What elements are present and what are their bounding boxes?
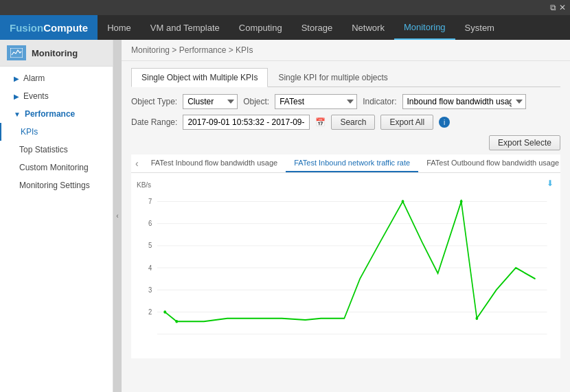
chart-area: KB/s ⬇ 7 6 5 4 3 2 bbox=[131, 173, 560, 358]
indicator-select[interactable]: Inbound flow bandwidth usage, Inbound n bbox=[402, 94, 526, 109]
date-range-input[interactable] bbox=[183, 115, 310, 130]
calendar-icon[interactable]: 📅 bbox=[315, 117, 326, 127]
nav-computing[interactable]: Computing bbox=[229, 15, 292, 40]
close-icon[interactable]: ✕ bbox=[559, 3, 566, 12]
chart-tab-inbound-traffic[interactable]: FATest Inbound network traffic rate bbox=[286, 154, 418, 172]
sidebar-title: Monitoring bbox=[32, 48, 78, 58]
restore-icon[interactable]: ⧉ bbox=[550, 3, 556, 12]
form-row-1: Object Type: Cluster Object: FATest Indi… bbox=[131, 94, 560, 109]
sidebar-item-top-statistics[interactable]: Top Statistics bbox=[0, 141, 113, 159]
nav-bar: FusionCompute Home VM and Template Compu… bbox=[0, 15, 570, 40]
sidebar-performance-label: Performance bbox=[25, 109, 75, 119]
sidebar-item-kpis[interactable]: KPIs bbox=[0, 123, 113, 141]
chart-y-label: KB/s bbox=[137, 181, 151, 189]
svg-point-14 bbox=[163, 310, 166, 314]
events-expand-icon: ▶ bbox=[14, 93, 19, 100]
sidebar-header: Monitoring bbox=[0, 40, 113, 67]
info-icon[interactable]: i bbox=[439, 117, 450, 128]
date-range-label: Date Range: bbox=[131, 117, 177, 127]
svg-point-18 bbox=[475, 316, 478, 320]
svg-point-15 bbox=[175, 320, 178, 323]
top-bar: ⧉ ✕ bbox=[0, 0, 570, 15]
sidebar-top-statistics-label: Top Statistics bbox=[19, 145, 68, 154]
svg-point-16 bbox=[402, 200, 404, 203]
sidebar-item-performance[interactable]: ▼ Performance bbox=[0, 105, 113, 123]
nav-system[interactable]: System bbox=[455, 15, 504, 40]
logo-fusion: Fusion bbox=[10, 22, 43, 34]
export-all-button[interactable]: Export All bbox=[380, 115, 433, 130]
chart-tab-row: ‹ FATest Inbound flow bandwidth usage FA… bbox=[131, 154, 560, 173]
logo[interactable]: FusionCompute bbox=[0, 15, 98, 40]
svg-text:2: 2 bbox=[148, 307, 152, 316]
breadcrumb: Monitoring > Performance > KPIs bbox=[122, 40, 570, 61]
svg-point-17 bbox=[460, 200, 463, 203]
sidebar-item-custom-monitoring[interactable]: Custom Monitoring bbox=[0, 159, 113, 176]
indicator-label: Indicator: bbox=[363, 97, 396, 106]
sidebar-item-alarm[interactable]: ▶ Alarm bbox=[0, 69, 113, 87]
svg-text:3: 3 bbox=[148, 285, 152, 294]
svg-text:6: 6 bbox=[148, 218, 152, 227]
tab-bar: Single Object with Multiple KPIs Single … bbox=[131, 68, 560, 87]
object-type-select[interactable]: Cluster bbox=[183, 94, 238, 109]
sidebar-kpis-label: KPIs bbox=[21, 127, 38, 137]
tab-single-kpi[interactable]: Single KPI for multiple objects bbox=[268, 68, 398, 87]
sidebar-monitoring-settings-label: Monitoring Settings bbox=[19, 181, 90, 190]
svg-text:4: 4 bbox=[148, 263, 152, 272]
search-button[interactable]: Search bbox=[331, 115, 375, 130]
sidebar-item-events[interactable]: ▶ Events bbox=[0, 87, 113, 105]
object-type-label: Object Type: bbox=[131, 97, 177, 106]
sidebar-custom-monitoring-label: Custom Monitoring bbox=[19, 163, 89, 172]
nav-items: Home VM and Template Computing Storage N… bbox=[98, 15, 504, 40]
export-selected-row: Export Selecte bbox=[131, 135, 560, 150]
svg-text:7: 7 bbox=[148, 196, 152, 205]
collapse-handle[interactable]: ‹ bbox=[113, 40, 122, 392]
form-row-2: Date Range: 📅 Search Export All i bbox=[131, 115, 560, 130]
sidebar: Monitoring ▶ Alarm ▶ Events ▼ Performanc… bbox=[0, 40, 113, 392]
breadcrumb-text: Monitoring > Performance > KPIs bbox=[131, 45, 253, 55]
nav-vm-template[interactable]: VM and Template bbox=[141, 15, 229, 40]
content-inner: Single Object with Multiple KPIs Single … bbox=[122, 61, 570, 365]
alarm-expand-icon: ▶ bbox=[14, 75, 19, 82]
chart-tab-inbound-bw[interactable]: FATest Inbound flow bandwidth usage bbox=[143, 154, 286, 172]
sidebar-section: ▶ Alarm ▶ Events ▼ Performance KPIs Top … bbox=[0, 67, 113, 197]
tab-single-object[interactable]: Single Object with Multiple KPIs bbox=[131, 68, 268, 87]
svg-text:5: 5 bbox=[148, 240, 152, 249]
logo-compute: Compute bbox=[43, 22, 88, 34]
nav-monitoring[interactable]: Monitoring bbox=[394, 15, 455, 40]
nav-network[interactable]: Network bbox=[342, 15, 394, 40]
nav-storage[interactable]: Storage bbox=[292, 15, 343, 40]
chart-svg: 7 6 5 4 3 2 bbox=[131, 194, 554, 351]
chart-nav-left[interactable]: ‹ bbox=[131, 155, 143, 172]
object-label: Object: bbox=[243, 97, 269, 106]
main-layout: Monitoring ▶ Alarm ▶ Events ▼ Performanc… bbox=[0, 40, 570, 392]
nav-home[interactable]: Home bbox=[98, 15, 141, 40]
sidebar-alarm-label: Alarm bbox=[23, 73, 45, 83]
sidebar-events-label: Events bbox=[23, 91, 49, 101]
export-selected-button[interactable]: Export Selecte bbox=[489, 135, 560, 150]
monitoring-icon bbox=[7, 45, 26, 60]
object-select[interactable]: FATest bbox=[275, 94, 357, 109]
performance-expand-icon: ▼ bbox=[14, 111, 21, 118]
chart-tab-outbound-bw[interactable]: FATest Outbound flow bandwidth usage bbox=[418, 154, 560, 172]
content-area: Monitoring > Performance > KPIs Single O… bbox=[122, 40, 570, 392]
chart-download-icon[interactable]: ⬇ bbox=[547, 178, 554, 188]
sidebar-item-monitoring-settings[interactable]: Monitoring Settings bbox=[0, 176, 113, 194]
